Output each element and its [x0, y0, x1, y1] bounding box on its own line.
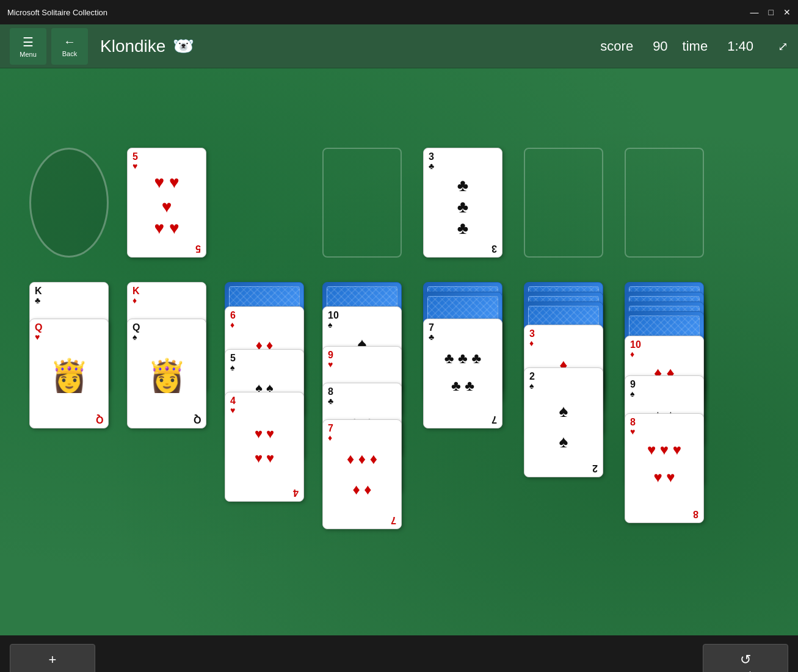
card-rank: K [132, 286, 140, 296]
card-rank-bottom: 2 [592, 463, 598, 473]
card-pips: ♥ ♥ [225, 426, 303, 442]
card-suit: ♦ [529, 339, 534, 347]
face-figure: 👸 [134, 341, 200, 410]
back-label: Back [62, 50, 77, 57]
card-suit: ♠ [230, 363, 234, 372]
card-suit: ♣ [429, 333, 434, 341]
card-rank: 5 [230, 353, 236, 363]
card-rank-bottom: 3 [491, 244, 497, 253]
titlebar: Microsoft Solitaire Collection — □ ✕ [0, 0, 798, 24]
card-rank-bottom: Q [194, 414, 201, 424]
bear-icon: 🐻‍❄️ [173, 36, 194, 56]
fullscreen-button[interactable]: ⤢ [778, 39, 788, 54]
tableau-col2-queen-spades[interactable]: Q ♠ 👸 Q [127, 319, 206, 428]
tableau-col1-queen-hearts[interactable]: Q ♥ 👸 Q [29, 319, 109, 428]
card-rank: 10 [328, 311, 339, 320]
card-rank-bottom: Q [96, 414, 103, 424]
card-rank: 4 [230, 396, 236, 406]
card-suit: ♠ [630, 389, 634, 398]
card-pips: ♥ ♥ [128, 173, 206, 192]
card-pips: ♦ ♦ ♦ [323, 450, 401, 468]
card-pips2: ♥ [128, 197, 206, 217]
card-suit: ♠ [328, 320, 332, 329]
card-rank: 10 [630, 340, 641, 350]
menu-button[interactable]: ☰ Menu [10, 28, 46, 65]
card-pips: ♣ ♣ ♣ [424, 350, 502, 367]
undo-button[interactable]: ↺ Undo [703, 644, 788, 672]
card-suit: ♣ [35, 296, 40, 305]
face-figure: 👸 [36, 341, 102, 410]
card-rank: 7 [328, 424, 333, 433]
card-rank: 7 [429, 323, 434, 333]
card-pips2: ♦ ♦ [323, 481, 401, 498]
card-rank: 3 [429, 152, 434, 162]
card-pips2: ♣ ♣ [424, 377, 502, 394]
card-pips: ♥ ♥ ♥ [625, 441, 703, 458]
card-rank: 3 [529, 329, 535, 339]
card-suit: ♣ [429, 162, 434, 170]
menu-icon: ☰ [23, 35, 34, 49]
card-rank: K [35, 286, 42, 296]
toolbar: ☰ Menu ← Back Klondike 🐻‍❄️ score 90 tim… [0, 24, 798, 68]
foundation-2-card[interactable]: 3 ♣ ♣ ♣ ♣ 3 [423, 148, 502, 258]
foundation-3-empty[interactable] [524, 148, 603, 258]
card-suit: ♠ [529, 381, 534, 390]
card-pips2: ♥ ♥ [225, 450, 303, 466]
time-label: time [683, 38, 708, 54]
card-suit: ♠ [132, 333, 137, 341]
close-button[interactable]: ✕ [783, 7, 791, 17]
card-rank-bottom: 7 [491, 414, 497, 424]
card-suit: ♥ [630, 427, 635, 436]
tableau-col5-7-clubs[interactable]: 7 ♣ ♣ ♣ ♣ ♣ ♣ 7 [423, 319, 502, 428]
card-rank: 8 [328, 387, 333, 397]
card-rank: 9 [630, 380, 636, 389]
card-rank: Q [132, 323, 140, 333]
score-label: score [600, 38, 633, 54]
maximize-button[interactable]: □ [769, 7, 774, 17]
card-rank-bottom: 5 [195, 244, 201, 253]
card-rank: 9 [328, 350, 333, 360]
new-game-button[interactable]: + New Game [10, 644, 95, 672]
card-pips: ♣ [424, 176, 502, 195]
card-rank: 2 [529, 372, 535, 381]
undo-icon: ↺ [740, 652, 751, 668]
card-rank: Q [35, 323, 42, 333]
card-suit: ♦ [328, 433, 332, 442]
card-pips3: ♣ [424, 219, 502, 238]
card-suit: ♣ [328, 397, 333, 405]
card-suit: ♦ [230, 320, 234, 329]
card-suit: ♦ [630, 350, 634, 358]
tableau-col4-7-diamonds[interactable]: 7 ♦ ♦ ♦ ♦ ♦ ♦ 7 [322, 419, 402, 529]
card-rank-bottom: 7 [391, 515, 396, 525]
waste-card[interactable]: 5 ♥ ♥ ♥ ♥ ♥ ♥ 5 [127, 148, 206, 258]
time-value: 1:40 [727, 38, 753, 54]
game-title: Klondike 🐻‍❄️ [100, 36, 600, 56]
card-rank: 8 [630, 417, 636, 427]
tableau-col6-2-spades[interactable]: 2 ♠ ♠ ♠ 2 [524, 367, 603, 477]
tableau-col3-4-hearts[interactable]: 4 ♥ ♥ ♥ ♥ ♥ 4 [225, 392, 304, 502]
card-suit: ♥ [328, 360, 333, 369]
card-rank: 6 [230, 311, 236, 320]
back-button[interactable]: ← Back [51, 28, 88, 65]
card-pips2: ♠ [524, 432, 603, 452]
window-controls: — □ ✕ [750, 7, 791, 17]
minimize-button[interactable]: — [750, 7, 759, 17]
card-rank-bottom: 4 [293, 488, 299, 497]
score-area: score 90 time 1:40 [600, 38, 753, 54]
card-pips3: ♥ ♥ [128, 219, 206, 238]
card-pips2: ♥ ♥ [625, 469, 703, 486]
card-suit: ♥ [230, 406, 235, 414]
card-suit: ♥ [35, 333, 40, 341]
game-name: Klondike [100, 37, 165, 56]
tableau-col7-8-hearts[interactable]: 8 ♥ ♥ ♥ ♥ ♥ ♥ 8 [625, 413, 704, 523]
foundation-1-empty[interactable] [322, 148, 402, 258]
stock-pile[interactable] [29, 148, 109, 258]
score-value: 90 [653, 38, 667, 54]
app-title: Microsoft Solitaire Collection [7, 8, 107, 17]
card-rank-bottom: 8 [693, 509, 698, 519]
menu-label: Menu [20, 51, 37, 58]
foundation-4-empty[interactable] [625, 148, 704, 258]
game-area: 5 ♥ ♥ ♥ ♥ ♥ ♥ 5 3 ♣ ♣ ♣ ♣ 3 K ♣ 👑 K Q ♥ … [0, 68, 798, 635]
card-suit: ♦ [132, 296, 137, 305]
back-icon: ← [63, 35, 76, 49]
